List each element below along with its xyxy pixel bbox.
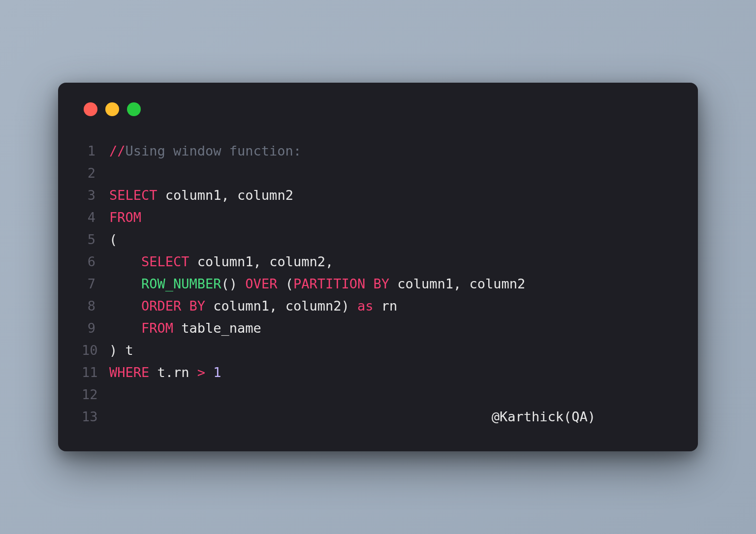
- code-line: 2: [82, 162, 674, 184]
- code-line: 9 FROM table_name: [82, 317, 674, 339]
- line-number: 9: [82, 317, 109, 339]
- code-area: 1 //Using window function: 2 3 SELECT co…: [82, 140, 674, 428]
- line-content: (: [109, 228, 674, 251]
- code-line: 1 //Using window function:: [82, 140, 674, 162]
- minimize-icon[interactable]: [105, 102, 119, 116]
- code-line: 4 FROM: [82, 206, 674, 228]
- line-content: FROM table_name: [109, 317, 674, 339]
- line-number: 7: [82, 273, 109, 295]
- line-content: @Karthick(QA): [109, 406, 674, 428]
- line-number: 4: [82, 206, 109, 228]
- line-number: 1: [82, 140, 109, 162]
- line-number: 13: [82, 406, 109, 428]
- code-line: 12: [82, 383, 674, 406]
- line-content: SELECT column1, column2,: [109, 251, 674, 273]
- code-line: 8 ORDER BY column1, column2) as rn: [82, 295, 674, 317]
- close-icon[interactable]: [84, 102, 97, 116]
- line-number: 2: [82, 162, 109, 184]
- line-number: 6: [82, 251, 109, 273]
- code-line: 5 (: [82, 228, 674, 251]
- line-number: 12: [82, 383, 109, 406]
- window-controls: [82, 102, 674, 116]
- code-line: 11 WHERE t.rn > 1: [82, 361, 674, 383]
- code-window: 1 //Using window function: 2 3 SELECT co…: [58, 83, 698, 451]
- line-content: SELECT column1, column2: [109, 184, 674, 206]
- line-content: ROW_NUMBER() OVER (PARTITION BY column1,…: [109, 273, 674, 295]
- line-content: ) t: [109, 339, 674, 361]
- line-number: 10: [82, 339, 109, 361]
- line-content: ORDER BY column1, column2) as rn: [109, 295, 674, 317]
- maximize-icon[interactable]: [127, 102, 141, 116]
- line-number: 11: [82, 361, 109, 383]
- line-number: 3: [82, 184, 109, 206]
- code-line: 13 @Karthick(QA): [82, 406, 674, 428]
- code-line: 10 ) t: [82, 339, 674, 361]
- line-content: FROM: [109, 206, 674, 228]
- code-line: 7 ROW_NUMBER() OVER (PARTITION BY column…: [82, 273, 674, 295]
- line-number: 8: [82, 295, 109, 317]
- code-line: 3 SELECT column1, column2: [82, 184, 674, 206]
- attribution: @Karthick(QA): [492, 406, 596, 428]
- line-number: 5: [82, 228, 109, 251]
- line-content: WHERE t.rn > 1: [109, 361, 674, 383]
- line-content: //Using window function:: [109, 140, 674, 162]
- code-line: 6 SELECT column1, column2,: [82, 251, 674, 273]
